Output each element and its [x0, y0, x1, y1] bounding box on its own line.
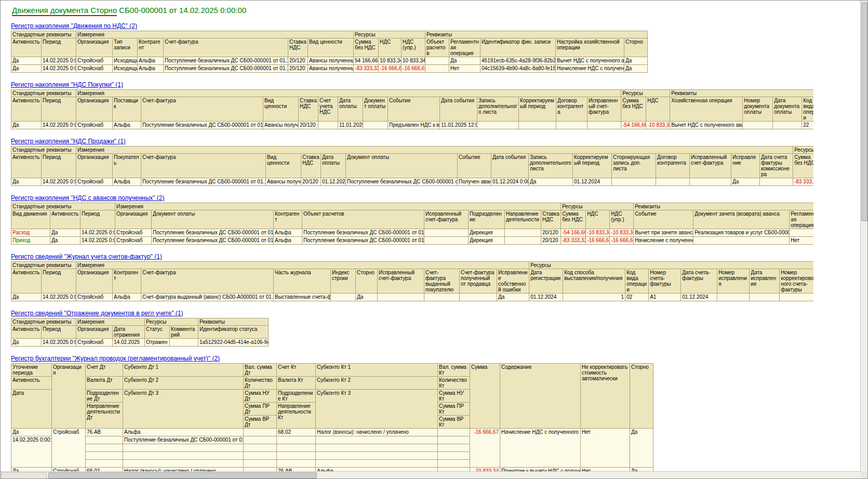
data-cell[interactable]: [316, 452, 438, 460]
data-cell[interactable]: Стройснаб: [76, 65, 113, 73]
header-cell[interactable]: Реквизиты: [198, 318, 269, 326]
data-cell[interactable]: 20/120: [541, 237, 561, 245]
header-cell[interactable]: Запись дополнительного листа: [477, 97, 519, 122]
data-cell[interactable]: Да: [449, 57, 480, 65]
header-cell[interactable]: Реквизиты: [425, 31, 648, 38]
header-cell[interactable]: Индекс строки: [331, 269, 356, 294]
register-title-link[interactable]: Регистр накопления "НДС Продажи" (1): [11, 138, 126, 145]
header-cell[interactable]: Счет-фактура полученный от продавца: [460, 269, 497, 294]
data-cell[interactable]: [170, 339, 198, 347]
header-cell[interactable]: Событие: [458, 154, 491, 178]
header-cell[interactable]: Исправление собственной ошибки: [497, 269, 529, 294]
header-cell[interactable]: Номер корректировочного счета-фактуры: [780, 269, 813, 294]
data-cell[interactable]: [760, 178, 793, 186]
data-cell[interactable]: Поступление безналичных ДС СБ00-000001 о…: [346, 178, 458, 186]
header-cell[interactable]: Не корректировать стоимость автоматическ…: [581, 364, 630, 429]
header-cell[interactable]: Часть журнала: [274, 269, 331, 294]
register-title-link[interactable]: Регистр накопления "НДС Покупки" (1): [11, 81, 123, 88]
data-cell[interactable]: [717, 294, 750, 301]
data-cell[interactable]: Реализация товаров и услуг СБ00-000003 о…: [693, 229, 790, 237]
data-cell[interactable]: Да: [356, 294, 378, 301]
data-cell[interactable]: 02: [625, 294, 649, 301]
header-cell[interactable]: Поставщик: [113, 97, 141, 122]
data-cell[interactable]: 01.12.2024: [529, 294, 563, 301]
data-cell[interactable]: [743, 122, 773, 129]
header-cell[interactable]: Направление деятельности Дт: [86, 403, 123, 429]
data-cell[interactable]: Стройснаб: [76, 178, 113, 186]
data-cell[interactable]: Вычет при зачете аванса: [634, 229, 693, 237]
data-cell[interactable]: Да: [624, 57, 648, 65]
data-cell[interactable]: Да: [11, 178, 42, 186]
header-cell[interactable]: Содержание: [500, 364, 581, 429]
header-cell[interactable]: Стандартные реквизиты: [11, 31, 76, 38]
data-cell[interactable]: [318, 122, 338, 129]
header-cell[interactable]: Ресурсы: [793, 147, 813, 154]
data-cell[interactable]: -83 333,33: [354, 65, 379, 73]
data-cell[interactable]: -54 166,66: [621, 122, 646, 129]
data-cell[interactable]: Альфа: [113, 178, 141, 186]
data-cell[interactable]: [316, 436, 438, 444]
data-cell[interactable]: 1: [563, 294, 625, 301]
register-title-link[interactable]: Регистр накопления "Движения по НДС" (2): [11, 22, 137, 30]
data-cell[interactable]: -16 666,67: [610, 237, 634, 245]
data-cell[interactable]: Альфа: [274, 237, 302, 245]
header-cell[interactable]: Статус: [145, 326, 170, 339]
header-cell[interactable]: Номер счета-фактуры: [649, 269, 681, 294]
data-cell[interactable]: [123, 444, 244, 452]
header-cell[interactable]: Период: [42, 326, 76, 339]
header-cell[interactable]: Ставка НДС: [288, 38, 308, 57]
header-cell[interactable]: Корректируемый период: [519, 97, 556, 122]
header-cell[interactable]: Субконто Кт 3: [316, 390, 438, 429]
data-cell[interactable]: [244, 429, 277, 436]
data-cell[interactable]: [750, 294, 780, 301]
data-cell[interactable]: -10 833,34: [610, 229, 634, 237]
header-cell[interactable]: Субконто Кт 1: [316, 364, 438, 377]
header-cell[interactable]: Стандартные реквизиты: [11, 90, 76, 97]
data-cell[interactable]: Да: [11, 294, 42, 301]
data-cell[interactable]: -83 333,33: [793, 178, 813, 186]
data-cell[interactable]: -16 666,67: [470, 429, 500, 468]
data-cell[interactable]: 11.01.2025 12:00:00: [440, 122, 477, 129]
data-cell[interactable]: Поступление безналичных ДС СБ00-000001 о…: [302, 237, 424, 245]
data-cell[interactable]: Стройснаб: [76, 339, 113, 347]
header-cell[interactable]: Дата события: [491, 154, 529, 178]
header-cell[interactable]: Счет-фактура: [164, 38, 288, 57]
header-cell[interactable]: Сторно: [356, 269, 378, 294]
data-cell[interactable]: [438, 452, 470, 460]
header-cell[interactable]: Счет-фактура: [141, 97, 263, 122]
data-cell[interactable]: [690, 178, 731, 186]
header-cell[interactable]: Сумма без НДС: [793, 154, 813, 178]
header-cell[interactable]: Валюта Кт: [277, 377, 316, 390]
data-cell[interactable]: 10 833,34: [379, 57, 402, 65]
register-title-link[interactable]: Регистр сведений "Отражение документов в…: [11, 310, 183, 317]
v-scroll-thumb[interactable]: [861, 2, 867, 221]
header-cell[interactable]: Дата отражения: [113, 326, 145, 339]
register-title-link[interactable]: Регистр бухгалтерии "Журнал проводок (ре…: [11, 355, 220, 362]
data-cell[interactable]: [438, 444, 470, 452]
header-cell[interactable]: Уточнение периода: [11, 364, 52, 377]
data-cell[interactable]: Расход: [11, 229, 50, 237]
header-cell[interactable]: Исправленный счет-фактура: [424, 210, 469, 229]
header-cell[interactable]: Сторнирующая запись доп. листа: [612, 154, 656, 178]
data-cell[interactable]: [277, 444, 316, 452]
data-cell[interactable]: [86, 444, 123, 452]
header-cell[interactable]: Код способа выставления/получения: [563, 269, 625, 294]
header-cell[interactable]: Субконто Дт 2: [123, 377, 244, 390]
header-cell[interactable]: Организация: [52, 364, 86, 429]
data-cell[interactable]: Выставленные счета-фактуры: [274, 294, 331, 301]
header-cell[interactable]: Запись дополнительного листа: [529, 154, 573, 178]
header-cell[interactable]: Дата: [11, 390, 52, 429]
data-cell[interactable]: -16 666,67: [379, 65, 402, 73]
header-cell[interactable]: Ставка НДС: [541, 210, 561, 229]
header-cell[interactable]: Сумма НУ Кт: [438, 390, 470, 403]
data-cell[interactable]: Альфа: [138, 65, 164, 73]
data-cell[interactable]: Поступление безналичных ДС СБ00-000001 о…: [302, 229, 424, 237]
data-cell[interactable]: Да: [11, 65, 42, 73]
data-cell[interactable]: -16 666,67: [586, 237, 610, 245]
data-cell[interactable]: 1a512922-04d5-414e-a106-9e8c0a7c8047: [198, 339, 269, 347]
data-cell[interactable]: [86, 436, 123, 444]
header-cell[interactable]: Сторно: [630, 364, 653, 429]
header-cell[interactable]: Сумма без НДС: [561, 210, 586, 229]
header-cell[interactable]: Ресурсы: [529, 262, 813, 269]
data-cell[interactable]: [123, 452, 244, 460]
